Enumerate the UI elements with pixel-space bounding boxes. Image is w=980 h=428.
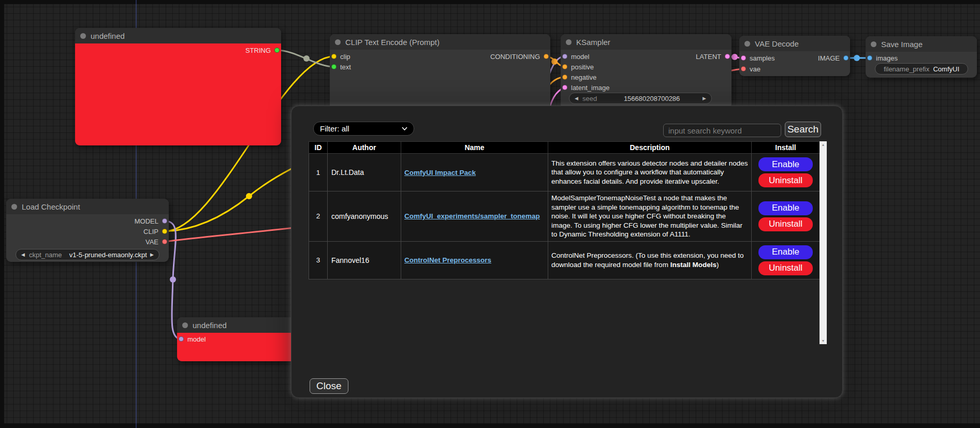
node-title-bar[interactable]: Load Checkpoint [6,199,169,214]
slot-label: latent_image [571,84,609,92]
node-title-bar[interactable]: undefined [177,317,301,333]
positive-slot-dot[interactable] [562,64,567,69]
slot-label: IMAGE [818,54,840,62]
node-undefined-model[interactable]: undefined model [177,317,301,361]
scroll-down-icon[interactable]: ▼ [822,337,825,344]
uninstall-button[interactable]: Uninstall [758,217,813,231]
table-row: 1 Dr.Lt.Data ComfyUI Impact Pack This ex… [309,154,820,191]
close-button[interactable]: Close [310,378,348,394]
node-body: samples vae IMAGE [739,51,850,76]
node-save-image[interactable]: Save Image images filename_prefix ComfyU… [866,36,977,78]
collapse-dot-icon[interactable] [744,41,750,47]
extension-link[interactable]: ControlNet Preprocessors [404,256,491,264]
clip-slot-dot[interactable] [331,54,337,59]
node-title: VAE Decode [755,39,799,48]
enable-button[interactable]: Enable [758,157,813,171]
slot-label: CLIP [143,228,158,235]
table-row: 2 comfyanonymous ComfyUI_experiments/sam… [309,191,820,242]
node-title-bar[interactable]: Save Image [866,36,977,52]
input-slot-model: model [562,51,589,62]
input-slot-positive: positive [562,62,594,72]
image-slot-dot[interactable] [843,55,849,61]
table-scrollbar[interactable]: ▲ ▼ [820,141,827,344]
wire-dot-latent[interactable] [732,54,738,60]
extension-id: 3 [309,241,328,279]
node-title: KSampler [576,38,610,47]
text-slot-dot[interactable] [331,64,337,69]
vae-slot-dot[interactable] [162,239,167,244]
collapse-dot-icon[interactable] [80,33,86,39]
seed-widget[interactable]: ◀ seed 156680208700286 ▶ [569,93,712,104]
negative-slot-dot[interactable] [562,75,567,80]
filename-prefix-widget[interactable]: filename_prefix ComfyUI [875,63,968,75]
model-slot-dot[interactable] [179,336,184,342]
uninstall-button[interactable]: Uninstall [758,173,813,187]
filename-prefix-value[interactable]: ComfyUI [933,65,959,73]
model-slot-dot[interactable] [562,54,567,59]
vae-slot-dot[interactable] [741,66,746,71]
node-body: MODEL CLIP VAE ◀ ckpt_name v1-5-pruned-e… [6,214,169,262]
increment-arrow-icon[interactable]: ▶ [150,253,154,257]
seed-value[interactable]: 156680208700286 [601,95,703,102]
node-load-checkpoint[interactable]: Load Checkpoint MODEL CLIP VAE ◀ ckpt_na… [6,199,169,262]
decrement-arrow-icon[interactable]: ◀ [21,253,25,257]
wire-dot-image[interactable] [854,55,860,61]
wire-dot-model[interactable] [170,276,176,283]
node-title-bar[interactable]: undefined [75,28,281,43]
node-title: Save Image [881,40,923,49]
node-title-bar[interactable]: VAE Decode [739,36,850,51]
collapse-dot-icon[interactable] [182,322,188,328]
decrement-arrow-icon[interactable]: ◀ [575,96,578,101]
header-install: Install [752,142,820,154]
output-slot-conditioning: CONDITIONING [490,51,549,62]
input-slot-text: text [331,62,351,72]
slot-label: LATENT [696,53,721,61]
latent-slot-dot[interactable] [725,54,730,59]
output-slot-clip: CLIP [143,226,167,237]
node-title-bar[interactable]: KSampler [561,34,732,50]
enable-button[interactable]: Enable [758,201,813,215]
search-input[interactable] [663,124,781,137]
node-body: images filename_prefix ComfyUI [866,52,977,78]
collapse-dot-icon[interactable] [566,39,572,45]
uninstall-button[interactable]: Uninstall [758,261,813,275]
output-slot-string: STRING [245,45,280,55]
node-undefined-string[interactable]: undefined STRING [75,28,281,145]
wire-dot-string[interactable] [303,55,310,62]
enable-button[interactable]: Enable [758,245,813,259]
wire-dot-clip[interactable] [246,193,252,199]
scroll-up-icon[interactable]: ▲ [822,141,825,148]
ckpt-name-widget[interactable]: ◀ ckpt_name v1-5-pruned-emaonly.ckpt ▶ [16,249,159,260]
extension-description: ModelSamplerTonemapNoiseTest a node that… [548,191,752,242]
collapse-dot-icon[interactable] [11,204,17,210]
header-author: Author [328,142,401,154]
wire-dot-conditioning[interactable] [551,58,558,65]
string-slot-dot[interactable] [274,48,280,53]
slot-label: VAE [145,238,158,246]
node-error-body: model [177,333,301,361]
extension-description: ControlNet Preprocessors. (To use this e… [548,241,752,279]
images-slot-dot[interactable] [867,55,872,61]
model-slot-dot[interactable] [162,218,167,224]
extension-link[interactable]: ComfyUI Impact Pack [404,169,476,176]
node-vae-decode[interactable]: VAE Decode samples vae IMAGE [739,36,850,76]
conditioning-slot-dot[interactable] [544,54,549,59]
latent-image-slot-dot[interactable] [562,85,567,90]
search-button[interactable]: Search [785,122,821,137]
node-ksampler[interactable]: KSampler model positive negative latent_… [561,34,732,109]
increment-arrow-icon[interactable]: ▶ [703,96,706,101]
extension-link[interactable]: ComfyUI_experiments/sampler_tonemap [404,212,540,220]
clip-slot-dot[interactable] [162,229,167,234]
widget-label: ckpt_name [29,251,62,259]
collapse-dot-icon[interactable] [335,39,341,45]
output-slot-latent: LATENT [696,51,730,62]
samples-slot-dot[interactable] [741,55,746,61]
collapse-dot-icon[interactable] [871,41,876,47]
slot-label: CONDITIONING [490,53,540,61]
ckpt-name-value[interactable]: v1-5-pruned-emaonly.ckpt [66,251,151,259]
node-title-bar[interactable]: CLIP Text Encode (Prompt) [330,34,550,50]
input-slot-images: images [867,53,898,63]
extension-table-container: ID Author Name Description Install 1 Dr.… [309,141,827,344]
input-slot-negative: negative [562,72,596,82]
filter-select[interactable]: Filter: all [313,122,414,136]
